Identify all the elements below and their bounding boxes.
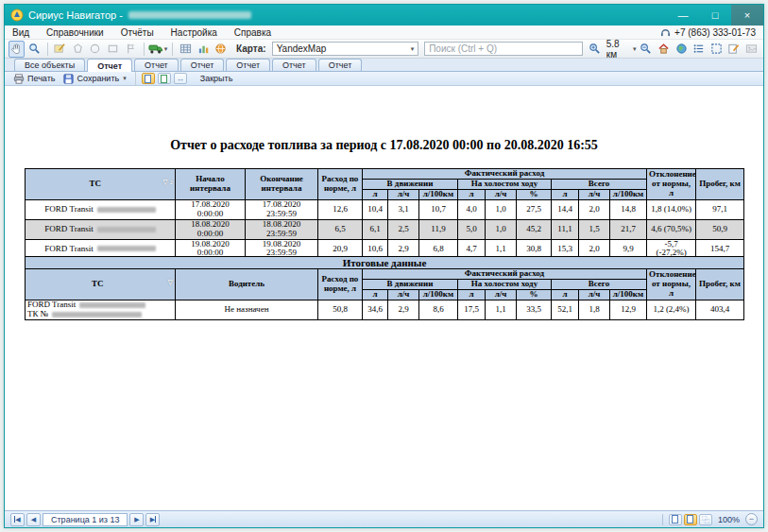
- vehicles-button[interactable]: ▾: [148, 41, 167, 58]
- view-normal-button[interactable]: [669, 514, 682, 525]
- col-header-vehicle[interactable]: ТС▽ 2: [26, 169, 176, 200]
- data-cell: 97,1: [696, 200, 744, 220]
- unit-l: л: [458, 190, 486, 200]
- col-group-total: Всего: [552, 180, 647, 190]
- tab-report-6[interactable]: Отчет: [318, 59, 363, 71]
- close-report-button[interactable]: Закрыть: [197, 74, 236, 83]
- col-header-deviation[interactable]: Отклонение от нормы, л: [647, 169, 696, 200]
- whole-page-button[interactable]: [158, 73, 171, 84]
- col-header-interval-end[interactable]: Окончание интервала: [246, 169, 318, 200]
- online-map-button[interactable]: [213, 41, 229, 58]
- page-view-button[interactable]: [142, 73, 155, 84]
- tab-report-5[interactable]: Отчет: [272, 59, 316, 71]
- zoom-in-button[interactable]: [587, 41, 603, 58]
- data-cell: 27,5: [517, 200, 552, 220]
- tab-report-active[interactable]: Отчет: [87, 59, 132, 72]
- chart-view-button[interactable]: [196, 41, 212, 58]
- data-cell: 2,0: [579, 200, 610, 220]
- tab-report-2[interactable]: Отчет: [134, 59, 179, 71]
- edit-geozone-button[interactable]: [52, 41, 68, 58]
- tab-report-3[interactable]: Отчет: [180, 59, 225, 71]
- table-view-button[interactable]: [178, 41, 194, 58]
- data-cell: 1,8 (14,0%): [647, 200, 696, 220]
- last-page-button[interactable]: ▶: [145, 513, 160, 526]
- unit-lh: л/ч: [486, 290, 517, 300]
- summary-vehicle-cell: FORD Transit ТК №: [26, 300, 176, 320]
- prev-page-button[interactable]: ◀: [26, 513, 41, 526]
- col-header-mileage[interactable]: Пробег, км: [696, 169, 744, 200]
- summary-driver-cell: Не назначен: [176, 300, 318, 320]
- summary-value-cell: 12,9: [610, 300, 647, 320]
- select-area-button[interactable]: [708, 41, 725, 58]
- home-button[interactable]: [656, 41, 672, 58]
- world-globe-icon: [675, 43, 688, 55]
- col-header-norm[interactable]: Расход по норме, л: [318, 169, 363, 200]
- col-header-deviation[interactable]: Отклонение от нормы, л: [647, 269, 696, 300]
- print-label: Печать: [27, 74, 55, 83]
- tab-report-4[interactable]: Отчет: [226, 59, 270, 71]
- maximize-button[interactable]: □: [699, 5, 731, 26]
- map-label: Карта:: [236, 43, 266, 54]
- col-header-interval-start[interactable]: Начало интервала: [176, 169, 246, 200]
- route-tool-button[interactable]: [123, 41, 139, 58]
- zoom-out-control[interactable]: −: [745, 513, 758, 525]
- menu-settings[interactable]: Настройка: [171, 27, 217, 38]
- menu-reports[interactable]: Отчёты: [121, 27, 154, 38]
- menu-directories[interactable]: Справочники: [46, 27, 104, 38]
- world-map-button[interactable]: [674, 41, 690, 58]
- rectangle-tool-button[interactable]: [105, 41, 121, 58]
- summary-value-cell: 1,8: [579, 300, 610, 320]
- close-button[interactable]: ×: [731, 5, 763, 26]
- data-cell: 4,6 (70,5%): [647, 219, 696, 239]
- table-row: FORD Transit18.08.2020 0:00:0018.08.2020…: [26, 219, 744, 239]
- hand-icon: [10, 43, 23, 55]
- tab-all-objects[interactable]: Все объекты: [14, 59, 85, 71]
- zoom-out-icon: [640, 43, 652, 55]
- snapshot-button[interactable]: [743, 41, 759, 58]
- col-header-vehicle[interactable]: ТС▽: [26, 269, 176, 300]
- save-button[interactable]: Сохранить ▾: [60, 74, 128, 84]
- data-cell: 21,7: [610, 219, 647, 239]
- scale-caret[interactable]: ▾: [633, 45, 637, 53]
- col-header-mileage[interactable]: Пробег, км: [696, 269, 744, 300]
- report-page: Отчет о расходе топлива за период с 17.0…: [5, 86, 763, 510]
- main-toolbar: ▾ Карта: YandexMap ▾ Поиск (Ctrl + Q) 5.…: [5, 40, 763, 59]
- object-list-button[interactable]: [691, 41, 707, 58]
- zoom-tool-button[interactable]: [26, 41, 43, 58]
- map-scale-value[interactable]: 5.8 км: [606, 39, 628, 60]
- next-page-button[interactable]: ▶: [129, 513, 144, 526]
- first-page-button[interactable]: ◀: [10, 513, 25, 526]
- save-dropdown-caret[interactable]: ▾: [123, 75, 127, 82]
- minimize-button[interactable]: —: [667, 5, 699, 26]
- view-two-pages-button[interactable]: ⿻: [699, 514, 712, 525]
- map-edit-icon: [54, 43, 66, 55]
- support-phone: +7 (863) 333-01-73: [660, 27, 756, 38]
- polygon-tool-button[interactable]: [70, 41, 86, 58]
- col-header-driver[interactable]: Водитель: [176, 269, 318, 300]
- menu-help[interactable]: Справка: [234, 27, 271, 38]
- headset-icon: [660, 27, 671, 38]
- summary-value-cell: 8,6: [419, 300, 458, 320]
- data-cell: 5,0: [458, 219, 486, 239]
- circle-tool-button[interactable]: [88, 41, 104, 58]
- menu-view[interactable]: Вид: [12, 27, 29, 38]
- data-cell: 3,1: [388, 200, 419, 220]
- unit-lh: л/ч: [486, 190, 517, 200]
- notes-button[interactable]: [726, 41, 742, 58]
- col-group-idle: На холостом ходу: [458, 280, 552, 290]
- data-cell: 4,0: [458, 200, 486, 220]
- title-bar: Сириус Навигатор - — □ ×: [5, 5, 763, 26]
- summary-norm-cell: 50,8: [318, 300, 363, 320]
- view-page-layout-button[interactable]: [684, 514, 697, 525]
- page-indicator: Страница 1 из 13: [43, 513, 128, 526]
- search-input[interactable]: Поиск (Ctrl + Q): [424, 42, 583, 56]
- pan-tool-button[interactable]: [9, 41, 25, 58]
- menu-bar: Вид Справочники Отчёты Настройка Справка…: [5, 26, 763, 40]
- col-header-norm[interactable]: Расход по норме, л: [318, 269, 363, 300]
- summary-value-cell: 2,9: [388, 300, 419, 320]
- zoom-out-button[interactable]: [639, 41, 655, 58]
- map-provider-select[interactable]: YandexMap ▾: [272, 42, 419, 56]
- print-button[interactable]: Печать: [10, 74, 58, 84]
- fit-width-button[interactable]: ↔: [174, 73, 187, 84]
- window-title: Сириус Навигатор -: [28, 9, 123, 21]
